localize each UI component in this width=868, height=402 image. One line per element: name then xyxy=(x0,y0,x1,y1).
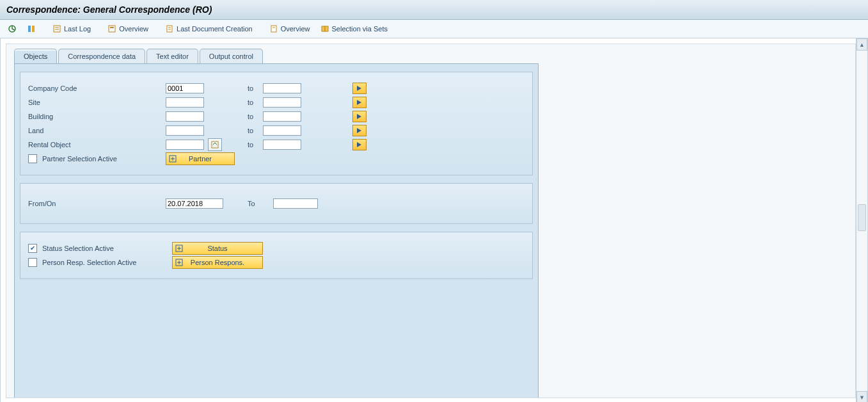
land-from-input[interactable] xyxy=(166,125,204,136)
overview-icon xyxy=(107,24,116,33)
building-label: Building xyxy=(27,113,166,120)
svg-marker-16 xyxy=(357,100,361,105)
tab-output-control-label: Output control xyxy=(209,52,253,60)
svg-rect-8 xyxy=(167,26,172,32)
company-code-multiple-selection-button[interactable] xyxy=(352,83,367,94)
company-code-label: Company Code xyxy=(27,84,166,92)
to-label: to xyxy=(248,99,263,106)
svg-rect-7 xyxy=(110,27,114,28)
to-label: to xyxy=(248,127,263,134)
row-company-code: Company Code to xyxy=(27,81,526,95)
to-upper-label: To xyxy=(248,200,263,207)
row-partner-selection: Partner Selection Active Partner xyxy=(27,152,526,166)
arrow-right-icon xyxy=(356,85,363,92)
to-label: to xyxy=(248,84,263,92)
rental-object-from-input[interactable] xyxy=(166,140,204,150)
svg-rect-14 xyxy=(325,26,328,31)
partner-button-label: Partner xyxy=(189,155,212,163)
rental-object-search-help-button[interactable] xyxy=(208,138,222,151)
row-status-selection: Status Selection Active Status xyxy=(27,241,526,255)
partner-selection-label: Partner Selection Active xyxy=(27,154,166,163)
partner-button[interactable]: Partner xyxy=(166,152,235,165)
svg-marker-17 xyxy=(357,114,361,119)
main-content-area: www.tutorialkart.com Objects Corresponde… xyxy=(0,38,868,402)
row-rental-object: Rental Object to xyxy=(27,138,526,152)
to-label: to xyxy=(248,113,263,120)
arrow-right-icon xyxy=(356,127,363,134)
rental-object-multiple-selection-button[interactable] xyxy=(352,139,367,150)
row-site: Site to xyxy=(27,95,526,109)
svg-rect-2 xyxy=(32,26,35,32)
site-label: Site xyxy=(27,99,166,106)
tab-strip: Objects Correspondence data Text editor … xyxy=(14,49,856,63)
land-multiple-selection-button[interactable] xyxy=(352,125,367,136)
status-selection-checkbox[interactable] xyxy=(28,244,37,253)
building-to-input[interactable] xyxy=(263,111,301,122)
scroll-up-button[interactable]: ▲ xyxy=(856,38,867,51)
partner-selection-text: Partner Selection Active xyxy=(42,155,117,163)
building-multiple-selection-button[interactable] xyxy=(352,111,367,122)
tab-correspondence-data[interactable]: Correspondence data xyxy=(58,49,145,63)
tab-text-editor[interactable]: Text editor xyxy=(146,49,198,63)
tab-correspondence-data-label: Correspondence data xyxy=(68,52,136,60)
svg-rect-6 xyxy=(109,26,115,32)
row-person-resp-selection: Person Resp. Selection Active Person Res… xyxy=(27,255,526,269)
arrow-right-icon xyxy=(356,141,363,148)
window-title: Correspondence: General Correspondence (… xyxy=(6,4,212,15)
variant-button[interactable] xyxy=(23,22,40,35)
site-multiple-selection-button[interactable] xyxy=(352,97,367,108)
content-wrap: Objects Correspondence data Text editor … xyxy=(6,44,856,398)
person-resp-selection-label: Person Resp. Selection Active xyxy=(27,258,172,267)
document-icon xyxy=(165,24,174,33)
tab-output-control[interactable]: Output control xyxy=(200,49,263,63)
expand-icon xyxy=(168,154,178,164)
site-from-input[interactable] xyxy=(166,97,204,108)
arrow-right-icon xyxy=(356,113,363,120)
person-resp-selection-checkbox[interactable] xyxy=(28,258,37,267)
person-respons-button[interactable]: Person Respons. xyxy=(172,256,263,269)
arrow-right-icon xyxy=(356,99,363,106)
rental-object-to-input[interactable] xyxy=(263,140,301,150)
rental-object-label: Rental Object xyxy=(27,141,166,149)
tab-objects[interactable]: Objects xyxy=(14,49,57,63)
expand-icon xyxy=(174,243,184,253)
scroll-track[interactable] xyxy=(856,51,867,391)
company-code-to-input[interactable] xyxy=(263,83,301,93)
selection-via-sets-button[interactable]: Selection via Sets xyxy=(317,22,391,35)
svg-rect-13 xyxy=(322,26,325,31)
overview1-button[interactable]: Overview xyxy=(104,22,152,35)
land-label: Land xyxy=(27,127,166,134)
status-selection-label: Status Selection Active xyxy=(27,244,172,253)
partner-selection-checkbox[interactable] xyxy=(28,154,37,163)
status-button[interactable]: Status xyxy=(172,242,263,255)
from-on-label: From/On xyxy=(27,200,166,207)
scroll-thumb[interactable] xyxy=(858,204,866,231)
last-log-button[interactable]: Last Log xyxy=(49,22,95,35)
svg-rect-1 xyxy=(28,26,31,32)
selection-via-sets-label: Selection via Sets xyxy=(332,25,388,33)
company-code-from-input[interactable] xyxy=(166,83,204,93)
overview2-button[interactable]: Overview xyxy=(265,22,314,35)
land-to-input[interactable] xyxy=(263,125,301,136)
selection-criteria-group: Company Code to Site to xyxy=(20,72,533,175)
scroll-down-button[interactable]: ▼ xyxy=(856,391,867,402)
search-help-icon xyxy=(211,141,219,149)
execute-button[interactable] xyxy=(4,22,20,35)
last-doc-creation-button[interactable]: Last Document Creation xyxy=(161,22,256,35)
overview1-label: Overview xyxy=(119,25,148,33)
svg-rect-11 xyxy=(271,26,276,32)
building-from-input[interactable] xyxy=(166,111,204,122)
to-date-input[interactable] xyxy=(273,198,318,209)
date-range-group: From/On To xyxy=(20,183,533,224)
person-resp-selection-text: Person Resp. Selection Active xyxy=(42,259,136,266)
status-selection-text: Status Selection Active xyxy=(42,245,114,252)
document-icon xyxy=(269,24,278,33)
site-to-input[interactable] xyxy=(263,97,301,108)
to-label: to xyxy=(248,141,263,149)
variant-icon xyxy=(27,24,36,33)
vertical-scrollbar[interactable]: ▲ ▼ xyxy=(856,38,867,402)
tab-objects-label: Objects xyxy=(24,52,47,60)
svg-marker-15 xyxy=(357,86,361,91)
overview2-label: Overview xyxy=(281,25,310,33)
from-on-input[interactable] xyxy=(166,198,223,209)
